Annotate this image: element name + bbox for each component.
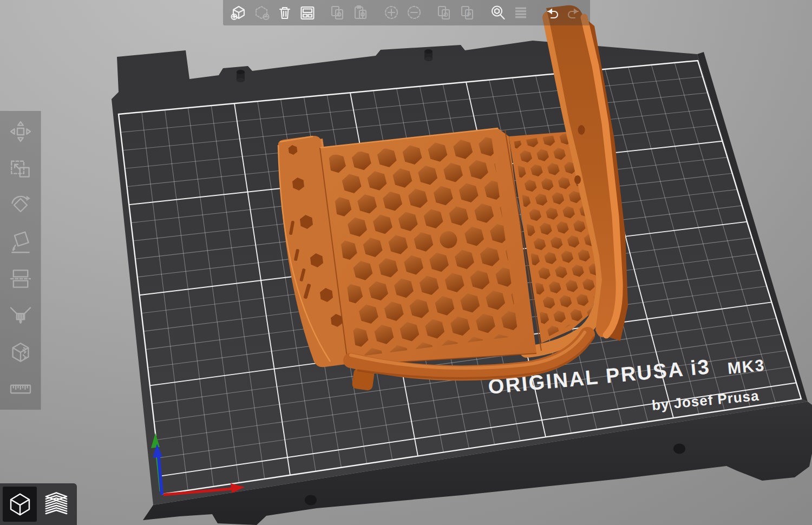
measure-icon	[8, 376, 34, 402]
redo-icon	[565, 4, 584, 22]
move-tool-button[interactable]	[5, 116, 36, 147]
place-on-face-icon	[8, 229, 34, 255]
paste-button[interactable]	[350, 2, 371, 24]
preview-view-button[interactable]	[39, 487, 73, 522]
toolbar-separator	[372, 12, 379, 13]
copy-button[interactable]	[327, 2, 349, 24]
sliced-preview-icon	[42, 490, 70, 519]
arrange-button[interactable]	[297, 2, 318, 24]
seam-painting-tool-button[interactable]	[5, 337, 36, 368]
add-instance-button[interactable]	[381, 2, 402, 24]
search-icon	[489, 4, 507, 22]
move-icon	[8, 119, 34, 145]
delete-object-button[interactable]	[251, 2, 272, 24]
bed-pin	[424, 49, 433, 61]
gizmo-sidebar	[0, 111, 41, 410]
editor-view-button[interactable]	[3, 487, 37, 522]
bed-screw-hole	[305, 495, 317, 506]
copy-icon	[329, 4, 347, 22]
split-to-objects-button[interactable]: O	[434, 2, 455, 24]
place-on-face-tool-button[interactable]	[5, 227, 36, 257]
cut-icon	[8, 266, 34, 292]
toolbar-separator	[425, 12, 433, 13]
viewport-3d[interactable]: ORIGINAL PRUSA i3 MK3 by Josef Prusa	[0, 0, 812, 525]
svg-text:P: P	[467, 11, 471, 18]
measure-tool-button[interactable]	[5, 374, 36, 404]
toolbar-separator	[479, 12, 487, 13]
bed-brand-mk: MK3	[727, 356, 766, 377]
top-toolbar: O P	[223, 0, 590, 25]
variable-layer-height-icon	[512, 4, 530, 22]
delete-all-icon	[276, 4, 294, 22]
paint-supports-tool-button[interactable]	[5, 300, 36, 331]
seam-painting-icon	[8, 339, 34, 365]
remove-instance-icon	[405, 4, 423, 22]
cut-tool-button[interactable]	[5, 264, 36, 294]
undo-icon	[542, 4, 561, 22]
delete-object-icon	[252, 4, 271, 22]
view-mode-bar	[0, 483, 77, 525]
rotate-icon	[8, 192, 34, 218]
paint-supports-icon	[8, 303, 34, 329]
add-instance-icon	[382, 4, 401, 22]
paste-icon	[351, 4, 370, 22]
model-mount-hole	[574, 175, 581, 184]
split-to-parts-icon: P	[459, 4, 477, 22]
variable-layer-height-button[interactable]	[510, 2, 532, 24]
add-object-icon	[230, 4, 248, 22]
toolbar-separator	[532, 12, 540, 13]
search-button[interactable]	[487, 2, 509, 24]
add-object-button[interactable]	[228, 2, 250, 24]
toolbar-separator	[319, 12, 326, 13]
scale-icon	[8, 155, 34, 181]
bed-screw-hole	[673, 444, 685, 454]
bed-pin	[237, 70, 245, 82]
3d-editor-view-icon	[6, 490, 34, 519]
split-to-parts-button[interactable]: P	[457, 2, 479, 24]
redo-button[interactable]	[564, 2, 585, 24]
split-to-objects-icon: O	[435, 4, 454, 22]
arrange-icon	[298, 4, 317, 22]
delete-all-button[interactable]	[273, 2, 295, 24]
undo-button[interactable]	[541, 2, 562, 24]
scale-tool-button[interactable]	[5, 153, 36, 183]
model-mount-hole	[578, 125, 585, 135]
svg-text:O: O	[444, 11, 449, 18]
remove-instance-button[interactable]	[403, 2, 425, 24]
rotate-tool-button[interactable]	[5, 190, 36, 220]
